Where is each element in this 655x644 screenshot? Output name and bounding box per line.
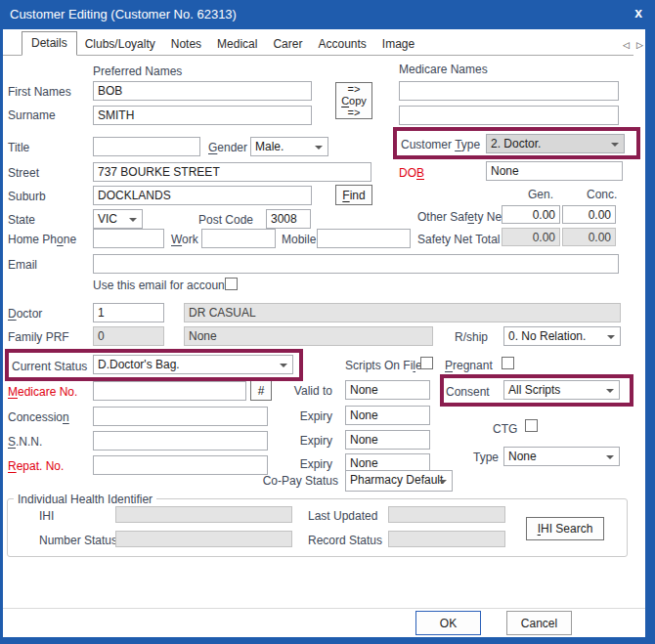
doctor-label: Doctor (8, 307, 42, 321)
street-input[interactable]: 737 BOURKE STREET (93, 162, 371, 182)
last-updated-field (388, 506, 505, 523)
customer-type-label: Customer Type (401, 138, 480, 151)
family-prf-code-field: 0 (93, 326, 164, 346)
dropdown-arrow-icon (606, 389, 614, 393)
preferred-names-header: Preferred Names (93, 64, 182, 78)
repat-no-label: Repat. No. (8, 459, 64, 473)
repat-no-input[interactable] (93, 455, 268, 475)
concession-input[interactable] (93, 407, 268, 426)
expiry2-input[interactable]: None (345, 430, 430, 450)
email-input[interactable] (93, 254, 619, 274)
suburb-input[interactable]: DOCKLANDS (93, 186, 312, 205)
ihi-field (115, 506, 292, 523)
close-icon[interactable]: x (634, 5, 642, 21)
surname-input[interactable]: SMITH (93, 106, 312, 125)
dropdown-arrow-icon (611, 143, 619, 147)
title-input[interactable] (93, 137, 200, 156)
tab-notes[interactable]: Notes (163, 33, 209, 55)
ihi-search-button[interactable]: IHI Search (526, 517, 604, 540)
scripts-on-file-checkbox[interactable] (420, 357, 433, 369)
snn-label: S.N.N. (8, 435, 42, 449)
state-select[interactable]: VIC (93, 209, 143, 229)
scripts-on-file-label: Scripts On File (345, 359, 422, 372)
home-phone-input[interactable] (93, 229, 164, 248)
ihi-label: IHI (39, 509, 54, 523)
dropdown-arrow-icon (606, 455, 614, 459)
gender-label: Gender (208, 141, 247, 154)
dob-label: DOB (399, 166, 424, 180)
medicare-no-label: Medicare No. (8, 385, 77, 399)
work-phone-input[interactable] (201, 229, 276, 248)
concession-label: Concession (8, 410, 69, 424)
expiry1-input[interactable]: None (345, 406, 430, 425)
tab-clubs-loyalty[interactable]: Clubs/Loyalty (77, 33, 163, 55)
tab-image[interactable]: Image (374, 33, 422, 55)
ok-button[interactable]: OK (415, 611, 481, 635)
type-label: Type (469, 451, 499, 464)
consent-label: Consent (446, 385, 490, 399)
rship-select[interactable]: 0. No Relation. (503, 326, 621, 346)
work-phone-label: Work (171, 233, 198, 246)
first-names-label: First Names (8, 85, 71, 99)
family-prf-name-field: None (184, 326, 433, 346)
mobile-input[interactable] (317, 229, 411, 248)
copy-names-button[interactable]: => Copy => (335, 82, 372, 119)
tab-accounts[interactable]: Accounts (310, 33, 373, 55)
dropdown-arrow-icon (129, 218, 137, 222)
customer-type-select[interactable]: 2. Doctor. (486, 134, 625, 153)
dob-input[interactable]: None (486, 161, 623, 181)
rship-label: R/ship (455, 330, 488, 344)
street-label: Street (8, 166, 39, 180)
surname-label: Surname (8, 108, 56, 122)
tab-scroll-left-icon[interactable]: ◁ (623, 40, 630, 50)
dropdown-arrow-icon (439, 480, 447, 484)
state-label: State (8, 213, 35, 227)
cancel-button[interactable]: Cancel (506, 611, 572, 635)
record-status-label: Record Status (308, 534, 382, 547)
use-email-for-account-checkbox[interactable] (225, 278, 238, 290)
post-code-input[interactable]: 3008 (266, 209, 311, 229)
tab-carer[interactable]: Carer (265, 33, 310, 55)
current-status-select[interactable]: D.Doctor's Bag. (93, 355, 293, 374)
title-bar[interactable]: Customer Editing (Customer No. 62313) x (0, 0, 655, 29)
find-button[interactable]: Find (335, 185, 372, 205)
number-status-field (115, 531, 292, 547)
ctg-label: CTG (493, 422, 517, 436)
safety-net-total-label: Safety Net Total (417, 233, 498, 246)
other-safety-net-gen-input[interactable]: 0.00 (502, 205, 560, 224)
co-pay-status-label: Co-Pay Status (262, 474, 338, 488)
other-safety-net-conc-input[interactable]: 0.00 (562, 205, 616, 224)
post-code-label: Post Code (198, 213, 253, 227)
expiry2-label: Expiry (298, 434, 332, 448)
tab-medical[interactable]: Medical (209, 33, 265, 55)
snn-input[interactable] (93, 431, 268, 451)
title-label: Title (8, 141, 29, 154)
conc-column-header: Conc. (587, 188, 617, 201)
doctor-code-input[interactable]: 1 (93, 303, 164, 322)
dropdown-arrow-icon (607, 335, 615, 339)
consent-select[interactable]: All Scripts (503, 380, 620, 400)
valid-to-input[interactable]: None (345, 380, 430, 400)
tab-scroll-right-icon[interactable]: ▷ (636, 40, 643, 50)
type-select[interactable]: None (503, 447, 620, 466)
footer-separator (3, 608, 645, 609)
medicare-first-name-input[interactable] (399, 81, 619, 101)
number-status-label: Number Status (39, 534, 117, 547)
medicare-no-input[interactable] (93, 381, 246, 401)
co-pay-status-select[interactable]: Pharmacy Default (345, 470, 453, 492)
medicare-names-header: Medicare Names (399, 63, 488, 76)
gender-select[interactable]: Male. (250, 137, 328, 156)
medicare-hash-button[interactable]: # (250, 380, 272, 401)
dropdown-arrow-icon (315, 146, 323, 150)
medicare-surname-input[interactable] (399, 106, 619, 125)
first-names-input[interactable]: BOB (93, 81, 312, 101)
ctg-checkbox[interactable] (525, 419, 538, 432)
valid-to-label: Valid to (293, 384, 332, 398)
record-status-field (388, 531, 505, 547)
pregnant-checkbox[interactable] (502, 357, 514, 369)
safety-net-total-gen-field: 0.00 (502, 228, 560, 246)
expiry3-label: Expiry (298, 457, 332, 471)
customer-editing-window: Customer Editing (Customer No. 62313) x … (0, 0, 655, 644)
tab-details[interactable]: Details (22, 31, 77, 56)
gen-column-header: Gen. (528, 188, 553, 201)
